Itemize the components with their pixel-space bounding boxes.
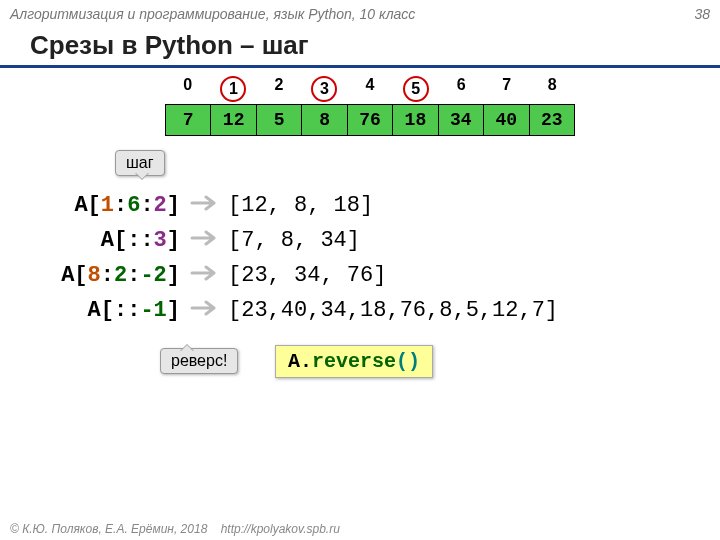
index-row: 012345678 [165, 76, 575, 102]
arrow-icon [190, 298, 218, 323]
cell-0: 7 [166, 105, 211, 135]
cell-3: 8 [302, 105, 347, 135]
reverse-obj: A. [288, 350, 312, 373]
cell-7: 40 [484, 105, 529, 135]
array-cells: 712587618344023 [165, 104, 575, 136]
slice-expr-1: A[::3] [35, 228, 180, 253]
footer: © К.Ю. Поляков, Е.А. Ерёмин, 2018 http:/… [10, 522, 340, 536]
arrow-icon [190, 193, 218, 218]
callout-step: шаг [115, 150, 165, 176]
index-5: 5 [393, 76, 439, 102]
course-label: Алгоритмизация и программирование, язык … [10, 6, 415, 22]
cell-5: 18 [393, 105, 438, 135]
index-8: 8 [530, 76, 576, 102]
index-6: 6 [438, 76, 484, 102]
index-7: 7 [484, 76, 530, 102]
page-number: 38 [694, 6, 710, 22]
callout-reverse: реверс! [160, 348, 238, 374]
result-2: [23, 34, 76] [228, 263, 386, 288]
index-2: 2 [256, 76, 302, 102]
slice-expr-2: A[8:2:-2] [35, 263, 180, 288]
copyright: © К.Ю. Поляков, Е.А. Ерёмин, 2018 [10, 522, 207, 536]
header-bar: Алгоритмизация и программирование, язык … [0, 0, 720, 24]
slice-expr-0: A[1:6:2] [35, 193, 180, 218]
result-1: [7, 8, 34] [228, 228, 360, 253]
page-title: Срезы в Python – шаг [0, 24, 720, 68]
cell-1: 12 [211, 105, 256, 135]
index-0: 0 [165, 76, 211, 102]
footer-url: http://kpolyakov.spb.ru [221, 522, 340, 536]
cell-6: 34 [439, 105, 484, 135]
code-lines: A[1:6:2][12, 8, 18]A[::3][7, 8, 34]A[8:2… [35, 190, 700, 330]
array-illustration: 012345678 712587618344023 [165, 76, 575, 136]
arrow-icon [190, 263, 218, 288]
slice-expr-3: A[::-1] [35, 298, 180, 323]
result-3: [23,40,34,18,76,8,5,12,7] [228, 298, 558, 323]
cell-2: 5 [257, 105, 302, 135]
index-3: 3 [302, 76, 348, 102]
reverse-paren: () [396, 350, 420, 373]
index-1: 1 [211, 76, 257, 102]
reverse-expression: A.reverse() [275, 345, 433, 378]
reverse-method: reverse [312, 350, 396, 373]
index-4: 4 [347, 76, 393, 102]
arrow-icon [190, 228, 218, 253]
cell-8: 23 [530, 105, 574, 135]
code-line-0: A[1:6:2][12, 8, 18] [35, 190, 700, 220]
cell-4: 76 [348, 105, 393, 135]
result-0: [12, 8, 18] [228, 193, 373, 218]
code-line-2: A[8:2:-2][23, 34, 76] [35, 260, 700, 290]
code-line-1: A[::3][7, 8, 34] [35, 225, 700, 255]
code-line-3: A[::-1][23,40,34,18,76,8,5,12,7] [35, 295, 700, 325]
